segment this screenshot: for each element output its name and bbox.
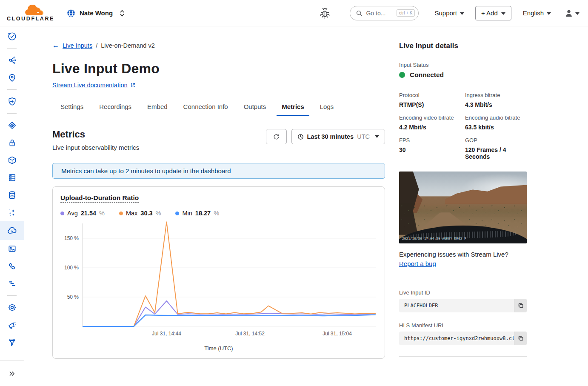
search-shortcut-badge: ctrl + K xyxy=(397,9,415,17)
search-placeholder: Go to... xyxy=(366,10,393,17)
account-name: Nate Wong xyxy=(80,9,113,17)
sidebar-item-network[interactable] xyxy=(0,51,24,69)
svg-text:50 %: 50 % xyxy=(67,294,79,300)
page-title: Live Input Demo xyxy=(52,61,385,77)
svg-text:100 %: 100 % xyxy=(64,265,79,271)
detail-video-bitrate: Encoding video bitrate 4.2 Mbit/s xyxy=(399,114,461,131)
legend-dot-min xyxy=(175,212,179,215)
main-content: ← Live Inputs / Live-on-Demand v2 Live I… xyxy=(24,26,588,367)
documentation-link-label: Stream Live documentation xyxy=(52,82,128,89)
up-down-chevron-icon xyxy=(119,9,125,17)
hls-manifest-label: HLS Manifest URL xyxy=(399,322,527,329)
network-icon xyxy=(7,55,17,65)
live-video-thumbnail: 2021/10/20 17:04:29 AUKEY DR02 P xyxy=(399,172,527,243)
sidebar-item-funnel[interactable] xyxy=(0,334,24,351)
detail-audio-bitrate: Encoding audio bitrate 63.5 kbit/s xyxy=(465,114,527,131)
language-menu[interactable]: English xyxy=(523,9,551,17)
sidebar-item-workers[interactable] xyxy=(0,152,24,169)
legend-item-max: Max 30.3 % xyxy=(119,210,161,217)
cloudflare-cloud-icon xyxy=(23,5,46,17)
details-grid: Protocol RTMP(S) Ingress bitrate 4.3 Mbi… xyxy=(399,92,527,160)
sidebar-item-overview[interactable] xyxy=(0,28,24,45)
metrics-subtitle: Live input observability metrics xyxy=(52,144,139,151)
info-banner: Metrics can take up to 2 minutes to upda… xyxy=(52,163,385,179)
copy-live-input-id-button[interactable] xyxy=(514,299,527,312)
tab-settings[interactable]: Settings xyxy=(60,99,83,116)
breadcrumb-current: Live-on-Demand v2 xyxy=(101,42,155,49)
breadcrumb-back-link[interactable]: Live Inputs xyxy=(63,42,92,49)
input-status: Connected xyxy=(399,71,527,79)
chevron-down-icon xyxy=(547,12,551,15)
refresh-button[interactable] xyxy=(266,129,287,144)
refresh-icon xyxy=(273,133,280,140)
ai-sparkles-icon xyxy=(7,208,17,217)
support-menu[interactable]: Support xyxy=(434,9,464,17)
legend-dot-avg xyxy=(60,212,64,215)
sidebar-item-images[interactable] xyxy=(0,240,24,257)
svg-text:Jul 31, 14:52: Jul 31, 14:52 xyxy=(235,331,265,337)
breadcrumb-separator: / xyxy=(96,42,97,49)
expand-sidebar-button[interactable] xyxy=(0,360,24,386)
tab-logs[interactable]: Logs xyxy=(320,99,334,116)
timezone-label: UTC xyxy=(357,133,370,140)
global-search-input[interactable]: Go to... ctrl + K xyxy=(350,6,419,20)
divider xyxy=(399,279,527,279)
ssl-lock-icon xyxy=(7,138,17,148)
svg-text:Jul 31, 14:44: Jul 31, 14:44 xyxy=(152,331,181,337)
status-badge: Connected xyxy=(410,71,444,79)
profile-menu[interactable] xyxy=(564,9,579,18)
sidebar-item-zaraz[interactable] xyxy=(0,275,24,292)
video-timestamp: 2021/10/20 17:04:29 AUKEY DR02 P xyxy=(402,237,466,240)
top-header: CLOUDFLARE Nate Wong xyxy=(0,0,588,26)
language-label: English xyxy=(523,9,544,17)
detail-ingress-bitrate: Ingress bitrate 4.3 Mbit/s xyxy=(465,92,527,108)
chevron-down-icon xyxy=(460,12,464,15)
notifications-megaphone-icon xyxy=(7,320,17,330)
copy-icon xyxy=(518,303,524,309)
sidebar-item-speed[interactable] xyxy=(0,117,24,134)
sidebar-item-notifications[interactable] xyxy=(0,316,24,334)
report-bug-icon[interactable] xyxy=(320,7,330,19)
copy-hls-manifest-button[interactable] xyxy=(514,332,527,345)
sidebar-item-storage[interactable] xyxy=(0,186,24,204)
time-range-dropdown[interactable]: Last 30 minutes UTC xyxy=(291,129,385,144)
security-shield-icon xyxy=(7,97,17,106)
legend-item-avg: Avg 21.54 % xyxy=(60,210,105,217)
clock-check-icon xyxy=(7,31,17,41)
sidebar-item-settings[interactable] xyxy=(0,299,24,316)
cloudflare-logo[interactable]: CLOUDFLARE xyxy=(6,5,55,22)
add-button[interactable]: + Add xyxy=(475,6,511,20)
live-input-id-value: PLACEHOLDER xyxy=(399,299,514,312)
detail-fps: FPS 30 xyxy=(399,137,461,160)
sidebar-item-locations[interactable] xyxy=(0,69,24,86)
input-status-label: Input Status xyxy=(399,62,527,68)
legend-dot-max xyxy=(119,212,123,215)
copy-icon xyxy=(518,335,524,341)
details-panel: Live Input details Input Status Connecte… xyxy=(399,42,527,367)
detail-protocol: Protocol RTMP(S) xyxy=(399,92,461,108)
calls-phone-icon xyxy=(7,261,17,271)
clock-icon xyxy=(297,134,304,140)
x-axis-title: Time (UTC) xyxy=(60,344,377,354)
sidebar-item-calls[interactable] xyxy=(0,257,24,275)
sidebar-item-ssl[interactable] xyxy=(0,134,24,152)
sidebar-item-servers[interactable] xyxy=(0,169,24,186)
sidebar-divider xyxy=(7,48,17,49)
report-bug-link[interactable]: Report a bug xyxy=(399,260,436,267)
tab-connection-info[interactable]: Connection Info xyxy=(183,99,228,116)
sidebar-divider xyxy=(7,113,17,114)
sidebar-item-security[interactable] xyxy=(0,93,24,110)
tab-embed[interactable]: Embed xyxy=(147,99,168,116)
globe-icon xyxy=(66,9,76,18)
tab-metrics[interactable]: Metrics xyxy=(282,99,304,116)
hls-manifest-value: https://customer-igynxd2rwhmuoxw8.cloudf xyxy=(399,332,514,345)
metrics-heading: Metrics xyxy=(52,129,139,140)
live-input-id-field: PLACEHOLDER xyxy=(399,299,527,312)
expand-sidebar-icon xyxy=(8,369,16,378)
documentation-link[interactable]: Stream Live documentation xyxy=(52,82,136,89)
tab-outputs[interactable]: Outputs xyxy=(244,99,266,116)
tab-recordings[interactable]: Recordings xyxy=(99,99,131,116)
account-selector[interactable]: Nate Wong xyxy=(66,9,125,18)
sidebar-item-stream[interactable] xyxy=(0,221,24,240)
sidebar-item-ai[interactable] xyxy=(0,204,24,221)
